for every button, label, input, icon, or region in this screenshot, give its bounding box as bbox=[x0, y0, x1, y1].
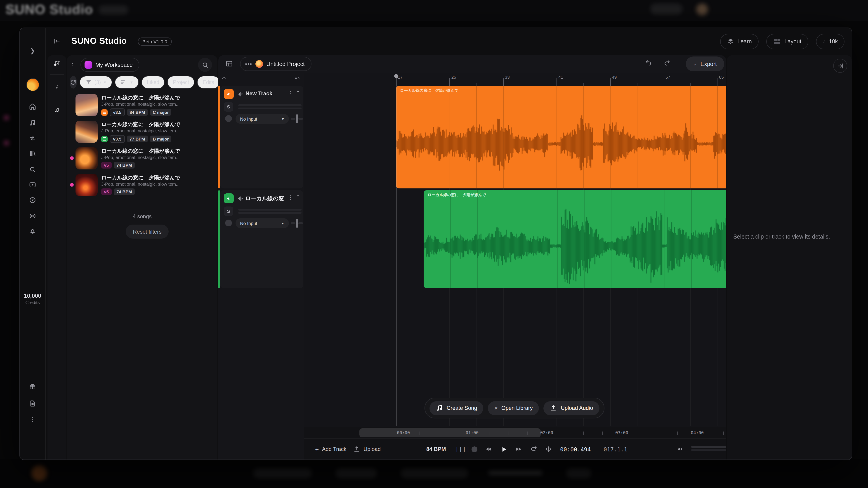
tab-edits[interactable]: Edits bbox=[197, 76, 219, 89]
song-row[interactable]: ローカル線の窓に 夕陽が滲んでJ-Pop, emotional, nostalg… bbox=[67, 172, 217, 198]
sidebar-item-radio[interactable] bbox=[20, 213, 45, 220]
panel-layout-icon[interactable] bbox=[223, 58, 236, 69]
library-tab-strip: ♪ ♫ bbox=[48, 55, 66, 459]
time-label: 04:00 bbox=[691, 430, 704, 435]
track-pan-slider[interactable] bbox=[291, 114, 303, 124]
song-artwork[interactable] bbox=[75, 94, 98, 116]
project-selector[interactable]: ••• Untitled Project bbox=[240, 57, 311, 71]
solo-button[interactable]: S bbox=[224, 206, 233, 216]
sidebar-expand-button[interactable]: ❯ bbox=[20, 47, 45, 55]
workspace-selector[interactable]: My Workspace bbox=[81, 58, 140, 72]
song-row[interactable]: ローカル線の窓に 夕陽が滲んでJ-Pop, emotional, nostalg… bbox=[67, 145, 217, 172]
playhead-handle[interactable] bbox=[394, 74, 398, 78]
song-row[interactable]: ローカル線の窓に 夕陽が滲んでJ-Pop, emotional, nostalg… bbox=[67, 92, 217, 119]
playhead[interactable] bbox=[396, 76, 397, 426]
sidebar-item-home[interactable] bbox=[20, 103, 45, 110]
tab-liked[interactable]: Liked bbox=[142, 76, 165, 89]
follow-playhead-button[interactable] bbox=[545, 439, 552, 459]
tab-workspace-songs[interactable] bbox=[48, 60, 66, 67]
master-volume-slider[interactable] bbox=[691, 445, 726, 453]
sidebar-item-more[interactable]: ⋮ bbox=[20, 416, 45, 422]
add-track-button[interactable]: +Add Track bbox=[312, 439, 349, 459]
sidebar-item-library[interactable] bbox=[20, 150, 45, 157]
slider-thumb[interactable] bbox=[296, 219, 298, 228]
song-artwork[interactable] bbox=[75, 174, 98, 196]
track-volume-slider[interactable] bbox=[238, 103, 302, 111]
time-tick bbox=[437, 431, 437, 435]
audio-clip[interactable]: ローカル線の窓に 夕陽が滲んで bbox=[396, 86, 726, 188]
collapse-track-icon[interactable]: ⌃ bbox=[296, 194, 300, 199]
refresh-button[interactable] bbox=[70, 76, 77, 89]
sidebar-item-music[interactable] bbox=[20, 119, 45, 127]
time-ruler[interactable]: 00:0001:0002:0003:0004:0005:34 bbox=[304, 427, 726, 439]
solo-button[interactable]: S bbox=[224, 102, 233, 111]
sidebar-item-share[interactable] bbox=[20, 135, 45, 142]
input-select[interactable]: No Input▼ bbox=[236, 218, 289, 228]
open-library-button[interactable]: ×Open Library bbox=[488, 401, 539, 415]
track-mute-button[interactable] bbox=[224, 193, 234, 203]
workspace-label: My Workspace bbox=[95, 62, 133, 68]
song-artwork[interactable] bbox=[75, 147, 98, 169]
record-arm-button[interactable] bbox=[225, 115, 232, 122]
undo-button[interactable] bbox=[645, 59, 652, 66]
sidebar-item-notifications[interactable] bbox=[20, 228, 45, 235]
ruler-major-tick bbox=[664, 78, 664, 86]
viewport-scrollbar[interactable] bbox=[360, 428, 541, 437]
song-title: ローカル線の窓に 夕陽が滲んで bbox=[101, 121, 214, 128]
sidebar-item-gift[interactable] bbox=[20, 383, 45, 390]
track-pan-slider[interactable] bbox=[291, 218, 303, 228]
input-select[interactable]: No Input▼ bbox=[236, 114, 289, 124]
details-panel: Select a clip or track to view its detai… bbox=[727, 55, 852, 459]
filter-button[interactable]: (3)▼ bbox=[80, 76, 112, 89]
audio-clip[interactable]: ローカル線の窓に 夕陽が滲んで bbox=[424, 190, 726, 288]
loop-button[interactable] bbox=[530, 439, 537, 459]
ruler-major-tick bbox=[610, 78, 611, 86]
bar-ruler[interactable]: 17 25 33 41 49 57 65 73 bbox=[304, 73, 726, 86]
layout-button[interactable]: Layout bbox=[766, 34, 808, 49]
metronome-icon[interactable]: |||| bbox=[455, 439, 470, 459]
tab-double-note[interactable]: ♫ bbox=[48, 106, 66, 113]
learn-button[interactable]: Learn bbox=[720, 34, 758, 49]
tab-single-note[interactable]: ♪ bbox=[48, 82, 66, 90]
upload-button[interactable]: Upload bbox=[350, 439, 383, 459]
track-header[interactable]: ローカル線の窓 ⋮ ⌃ S No Input▼ bbox=[220, 190, 303, 288]
track-volume-slider[interactable] bbox=[238, 207, 302, 216]
collapse-tracks-icon[interactable]: >< bbox=[222, 75, 226, 80]
collapse-track-icon[interactable]: ⌃ bbox=[296, 90, 300, 95]
ruler-bar-number: 49 bbox=[612, 74, 617, 79]
create-song-button[interactable]: Create Song bbox=[430, 401, 484, 415]
track-menu-icon[interactable]: ⋮ bbox=[288, 90, 293, 96]
play-button[interactable] bbox=[500, 439, 507, 459]
time-label: 00:00 bbox=[397, 430, 410, 435]
reset-filters-button[interactable]: Reset filters bbox=[126, 225, 169, 238]
library-search-button[interactable] bbox=[198, 58, 212, 72]
track-header[interactable]: New Track ⋮ ⌃ S No Input▼ bbox=[220, 86, 303, 188]
forward-button[interactable] bbox=[515, 439, 522, 459]
export-button[interactable]: ⌄Export bbox=[686, 57, 724, 71]
slider-thumb[interactable] bbox=[296, 114, 298, 123]
master-volume-button[interactable] bbox=[677, 439, 684, 459]
ruler-bar-number: 33 bbox=[505, 74, 510, 79]
track-mute-button[interactable] bbox=[224, 89, 234, 99]
tab-project[interactable]: Project bbox=[167, 76, 195, 89]
auto-size-tracks-icon[interactable]: ≡× bbox=[295, 75, 300, 80]
back-chevron-icon[interactable]: ‹ bbox=[71, 61, 73, 67]
sort-button[interactable]: ▼ bbox=[115, 76, 139, 89]
sidebar-item-explore[interactable] bbox=[20, 197, 45, 204]
record-arm-button[interactable] bbox=[225, 220, 232, 226]
rewind-button[interactable] bbox=[485, 439, 492, 459]
song-artwork[interactable] bbox=[75, 121, 98, 143]
credits-button[interactable]: ♪10k bbox=[816, 34, 845, 49]
upload-audio-button[interactable]: Upload Audio bbox=[544, 401, 599, 415]
redo-button[interactable] bbox=[664, 59, 671, 66]
song-row[interactable]: ローカル線の窓に 夕陽が滲んでJ-Pop, emotional, nostalg… bbox=[67, 119, 217, 145]
sidebar-item-docs[interactable] bbox=[20, 400, 45, 407]
track-menu-icon[interactable]: ⋮ bbox=[288, 194, 293, 201]
sidebar-item-search[interactable] bbox=[20, 166, 45, 173]
sidebar-item-video[interactable] bbox=[20, 181, 45, 188]
bpm-display[interactable]: 84 BPM bbox=[426, 439, 446, 459]
avatar[interactable] bbox=[27, 78, 39, 91]
collapse-panel-button[interactable] bbox=[833, 59, 847, 73]
record-button[interactable] bbox=[471, 439, 477, 459]
collapse-left-icon[interactable] bbox=[53, 37, 61, 45]
